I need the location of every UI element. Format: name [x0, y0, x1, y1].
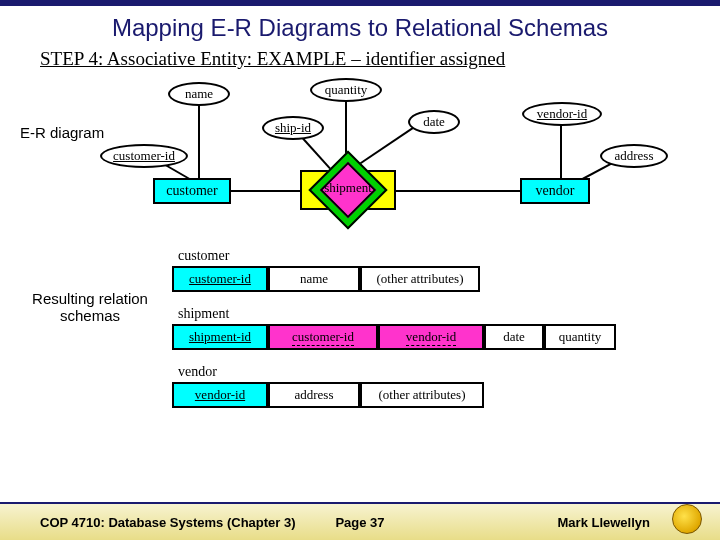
attr-address: address	[600, 144, 668, 168]
assoc-entity-shipment-label: shipment	[300, 180, 396, 196]
attr-quantity: quantity	[310, 78, 382, 102]
diagram-area: E-R diagram Resulting relation schemas n…	[0, 70, 720, 440]
resulting-schemas-label: Resulting relation schemas	[20, 290, 160, 324]
attr-date: date	[408, 110, 460, 134]
shipment-col-3: date	[484, 324, 544, 350]
customer-col-0: customer-id	[172, 266, 268, 292]
shipment-col-4: quantity	[544, 324, 616, 350]
attr-customer-id: customer-id	[100, 144, 188, 168]
attr-vendor-id: vendor-id	[522, 102, 602, 126]
entity-vendor: vendor	[520, 178, 590, 204]
shipment-col-1: customer-id	[268, 324, 378, 350]
footer-bar: COP 4710: Database Systems (Chapter 3) P…	[0, 502, 720, 540]
entity-customer: customer	[153, 178, 231, 204]
line-name-customer	[198, 105, 200, 180]
slide-subtitle: STEP 4: Associative Entity: EXAMPLE – id…	[40, 48, 720, 70]
attr-ship-id: ship-id	[262, 116, 324, 140]
line-shipment-vendor	[396, 190, 524, 192]
title-bar	[0, 0, 720, 6]
table-shipment-title: shipment	[178, 306, 229, 322]
table-customer-title: customer	[178, 248, 229, 264]
vendor-col-2: (other attributes)	[360, 382, 484, 408]
customer-col-1: name	[268, 266, 360, 292]
vendor-col-0: vendor-id	[172, 382, 268, 408]
footer-course: COP 4710: Database Systems (Chapter 3)	[40, 515, 296, 530]
crest-icon	[672, 504, 702, 534]
er-diagram-label: E-R diagram	[20, 124, 104, 141]
line-vendorid-vendor	[560, 125, 562, 180]
attr-name: name	[168, 82, 230, 106]
line-customer-shipment	[225, 190, 305, 192]
footer-author: Mark Llewellyn	[558, 515, 650, 530]
shipment-col-2: vendor-id	[378, 324, 484, 350]
footer-page: Page 37	[335, 515, 384, 530]
customer-col-2: (other attributes)	[360, 266, 480, 292]
table-vendor-title: vendor	[178, 364, 217, 380]
slide-title: Mapping E-R Diagrams to Relational Schem…	[0, 14, 720, 42]
shipment-col-0: shipment-id	[172, 324, 268, 350]
vendor-col-1: address	[268, 382, 360, 408]
